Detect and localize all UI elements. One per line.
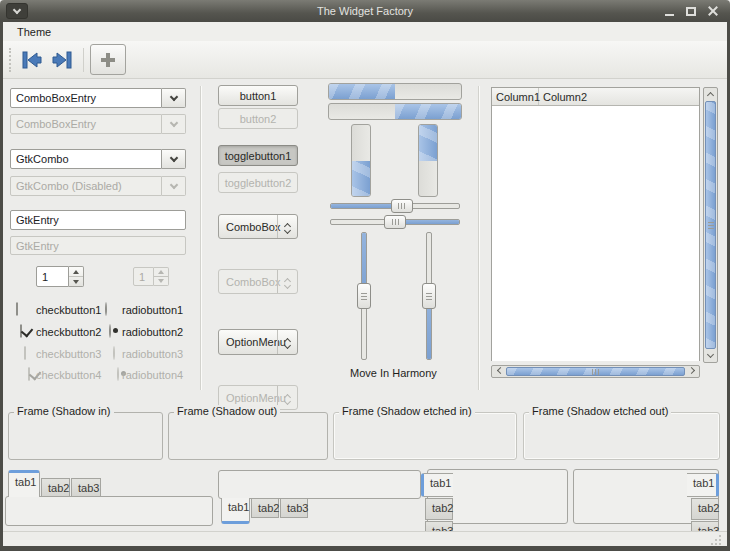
titlebar[interactable]: The Widget Factory: [0, 0, 730, 22]
spin-up-button-disabled: [154, 268, 168, 277]
checkbutton1-box[interactable]: [16, 302, 18, 316]
v-slider-1[interactable]: [357, 232, 371, 360]
maximize-button[interactable]: [682, 0, 700, 22]
grip-icon: [392, 219, 399, 225]
notebook-top-tab3[interactable]: tab3: [71, 478, 101, 497]
window-menu-button[interactable]: [6, 3, 28, 19]
arrow-down-icon: [158, 279, 164, 283]
spinbutton-value: 1: [42, 271, 48, 283]
toolbar-separator: [83, 48, 84, 72]
horizontal-scrollbar[interactable]: [491, 365, 700, 378]
radiobutton4-circle: [117, 367, 119, 381]
v-slider-1-handle[interactable]: [357, 283, 371, 309]
combobox[interactable]: ComboBox: [218, 214, 298, 239]
vertical-scrollbar[interactable]: [703, 87, 718, 363]
h-slider-2-handle[interactable]: [384, 215, 406, 229]
gtk-combo-dropdown[interactable]: [162, 149, 186, 169]
notebook-top-tab2[interactable]: tab2: [41, 478, 70, 497]
menu-theme[interactable]: Theme: [11, 24, 57, 40]
arrow-up-icon: [73, 270, 79, 274]
checkbutton2-label[interactable]: checkbutton2: [36, 325, 101, 339]
frame-shadow-out: [168, 412, 328, 460]
combobox-disabled: ComboBox: [218, 269, 298, 294]
radiobutton3-circle: [113, 346, 115, 360]
h-slider-1-handle[interactable]: [391, 199, 413, 213]
notebook-top-tab1[interactable]: tab1: [8, 470, 40, 497]
frame-shadow-in: [8, 412, 163, 460]
grip-icon: [398, 203, 405, 209]
close-button[interactable]: [704, 0, 722, 22]
togglebutton1[interactable]: togglebutton1: [218, 145, 298, 166]
radiobutton1-label[interactable]: radiobutton1: [122, 303, 183, 317]
checkbutton1-label[interactable]: checkbutton1: [36, 303, 101, 317]
button1[interactable]: button1: [218, 85, 298, 106]
spinbutton-disabled: 1: [133, 267, 169, 286]
notebook-right-tab1[interactable]: tab1: [687, 473, 719, 497]
statusbar: [3, 531, 727, 546]
goto-last-button[interactable]: [47, 46, 77, 74]
column-header-1[interactable]: Column1: [492, 88, 539, 105]
vertical-scrollbar-thumb[interactable]: [705, 101, 716, 349]
scroll-left-button[interactable]: [492, 366, 506, 377]
scroll-down-button[interactable]: [704, 349, 717, 362]
spin-down-button[interactable]: [69, 277, 83, 286]
gtk-combo-disabled-value: GtkCombo (Disabled): [16, 180, 122, 192]
notebook-right-tab2[interactable]: tab2: [691, 498, 719, 520]
frame-shadow-etched-in: [333, 412, 517, 460]
h-slider-1[interactable]: [330, 199, 460, 213]
notebook-bottom-tab3[interactable]: tab3: [280, 498, 308, 518]
window-border-bottom: [0, 546, 730, 551]
combo-box-entry-disabled: ComboBoxEntry: [10, 114, 186, 134]
v-slider-2-handle[interactable]: [422, 283, 436, 309]
add-button[interactable]: [90, 44, 126, 75]
combobox-arrows: [277, 215, 297, 238]
app-window: The Widget Factory Theme: [0, 0, 730, 551]
radiobutton2-circle[interactable]: [109, 324, 111, 338]
horizontal-scrollbar-thumb[interactable]: [506, 367, 685, 376]
radiobutton1-circle[interactable]: [105, 302, 107, 316]
v-progress-2: [418, 124, 438, 197]
chevron-down-icon: [169, 92, 177, 100]
move-in-harmony-label[interactable]: Move In Harmony: [350, 366, 437, 380]
notebook-bottom-tab1[interactable]: tab1: [221, 498, 250, 524]
spin-up-button[interactable]: [69, 267, 83, 277]
spinbutton-disabled-value: 1: [139, 271, 145, 283]
combo-box-entry-disabled-value: ComboBoxEntry: [16, 118, 96, 130]
scroll-up-button[interactable]: [704, 88, 717, 101]
checkbutton4-box: [28, 367, 30, 381]
resize-grip-icon[interactable]: [711, 535, 721, 545]
scroll-right-button[interactable]: [685, 366, 699, 377]
chevron-down-icon: [284, 342, 291, 349]
button2: button2: [218, 108, 298, 129]
grip-icon: [426, 293, 432, 300]
minimize-button[interactable]: [660, 0, 678, 22]
chevron-down-icon: [169, 153, 177, 161]
combo-box-entry-value: ComboBoxEntry: [16, 92, 96, 104]
treeview-body[interactable]: [492, 106, 699, 361]
notebook-bottom-tab2[interactable]: tab2: [251, 498, 279, 518]
toolbar-drag-handle[interactable]: [9, 48, 11, 72]
column-header-2[interactable]: Column2: [539, 88, 699, 105]
window-title: The Widget Factory: [0, 0, 730, 22]
panel-separator: [478, 86, 479, 390]
h-slider-2[interactable]: [330, 215, 460, 229]
treeview-header: Column1 Column2: [492, 88, 699, 106]
notebook-left-tab1[interactable]: tab1: [421, 473, 453, 497]
treeview[interactable]: Column1 Column2: [491, 87, 700, 361]
menubar: Theme: [3, 22, 727, 41]
minimize-icon: [665, 14, 674, 16]
notebook-left-tab2[interactable]: tab2: [425, 498, 453, 520]
gtk-combo-input[interactable]: GtkCombo: [10, 149, 162, 169]
combo-box-entry-input[interactable]: ComboBoxEntry: [10, 88, 162, 108]
radiobutton2-label[interactable]: radiobutton2: [122, 325, 183, 339]
spinbutton-input[interactable]: 1: [36, 266, 69, 287]
gtk-entry[interactable]: GtkEntry: [10, 210, 186, 230]
checkbutton3-label: checkbutton3: [36, 347, 101, 361]
grip-icon: [708, 222, 714, 229]
goto-first-button[interactable]: [17, 46, 47, 74]
optionmenu[interactable]: OptionMenu: [218, 329, 298, 355]
combo-box-entry-dropdown[interactable]: [162, 88, 186, 108]
checkbutton2-box[interactable]: [20, 324, 22, 338]
v-slider-2[interactable]: [422, 232, 436, 360]
gtk-combo-value: GtkCombo: [16, 153, 69, 165]
